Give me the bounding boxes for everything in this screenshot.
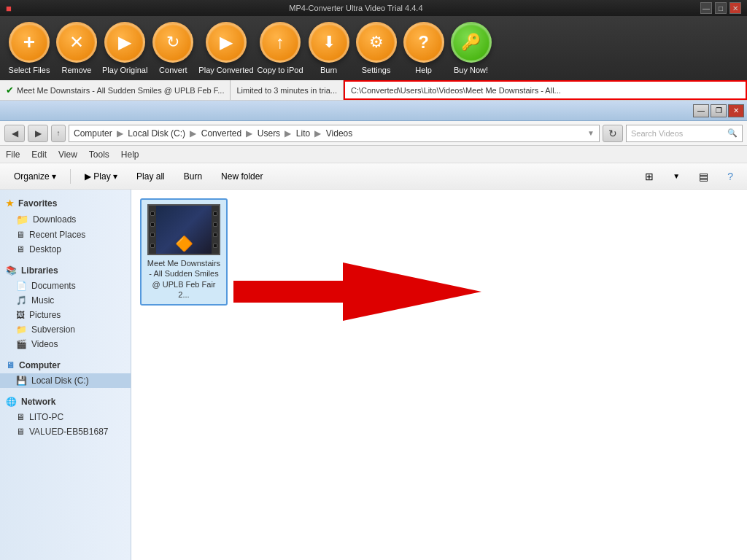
- view-dropdown-button[interactable]: ▼: [665, 169, 688, 183]
- explorer-close-button[interactable]: ✕: [728, 104, 744, 117]
- menu-help[interactable]: Help: [121, 149, 139, 160]
- downloads-folder-icon: 📁: [16, 214, 28, 225]
- computer-header: 🖥 Computer: [0, 357, 131, 373]
- menu-file[interactable]: File: [6, 149, 20, 160]
- play-original-button[interactable]: ▶ Play Original: [102, 22, 147, 74]
- back-button[interactable]: ◀: [4, 125, 25, 142]
- select-files-button[interactable]: + Select Files: [7, 22, 51, 74]
- buy-now-button[interactable]: 🔑 Buy Now!: [449, 22, 493, 74]
- play-label: ▶ Play ▾: [85, 171, 117, 182]
- videos-label: Videos: [31, 339, 58, 349]
- remove-button[interactable]: ✕ Remove: [55, 22, 98, 74]
- play-all-button[interactable]: Play all: [128, 168, 173, 184]
- help-explorer-button[interactable]: ?: [719, 168, 741, 185]
- sidebar-item-lito-pc[interactable]: 🖥 LITO-PC: [0, 410, 131, 424]
- play-converted-button[interactable]: ▶ Play Converted: [198, 22, 253, 74]
- film-hole: [150, 211, 155, 216]
- music-label: Music: [31, 295, 54, 306]
- videos-icon: 🎬: [16, 339, 27, 349]
- new-folder-button[interactable]: New folder: [213, 168, 271, 184]
- app-window: ■ MP4-Converter Ultra Video Trial 4.4.4 …: [0, 0, 747, 560]
- organize-button[interactable]: Organize ▾: [6, 168, 64, 184]
- sidebar-item-desktop[interactable]: 🖥 Desktop: [0, 242, 131, 257]
- libraries-icon: 📚: [6, 265, 17, 276]
- new-folder-label: New folder: [221, 171, 263, 182]
- menu-tools[interactable]: Tools: [89, 149, 109, 160]
- film-hole: [213, 233, 217, 237]
- view-icons-button[interactable]: ⊞: [637, 168, 662, 185]
- recent-places-icon: 🖥: [16, 230, 25, 240]
- search-icon[interactable]: 🔍: [727, 128, 738, 138]
- sidebar-item-local-disk[interactable]: 💾 Local Disk (C:): [0, 373, 131, 388]
- settings-button[interactable]: ⚙ Settings: [355, 22, 398, 74]
- close-button[interactable]: ✕: [729, 2, 741, 14]
- computer-section: 🖥 Computer 💾 Local Disk (C:): [0, 357, 131, 388]
- music-icon: 🎵: [16, 295, 27, 306]
- sidebar-item-subversion[interactable]: 📁 Subversion: [0, 322, 131, 337]
- sidebar-item-recent-places[interactable]: 🖥 Recent Places: [0, 228, 131, 242]
- maximize-button[interactable]: □: [715, 2, 727, 14]
- sidebar-item-downloads[interactable]: 📁 Downloads: [0, 211, 131, 228]
- buy-now-icon: 🔑: [451, 22, 492, 63]
- refresh-button[interactable]: ↻: [603, 125, 623, 142]
- explorer-restore-button[interactable]: ❐: [711, 104, 727, 117]
- status-item-song: ✔ Meet Me Downstairs - All Sudden Smiles…: [0, 80, 231, 100]
- burn-files-button[interactable]: Burn: [176, 168, 210, 184]
- menu-bar: File Edit View Tools Help: [0, 146, 747, 163]
- help-icon: ?: [403, 22, 444, 63]
- search-box[interactable]: Search Videos 🔍: [626, 125, 743, 142]
- explorer-window: — ❐ ✕ ◀ ▶ ↑ Computer ▶ Local Disk (C:) ▶…: [0, 101, 747, 560]
- convert-label: Convert: [159, 66, 187, 74]
- sidebar-item-valued[interactable]: 🖥 VALUED-EB5B1687: [0, 424, 131, 439]
- sidebar-item-music[interactable]: 🎵 Music: [0, 293, 131, 308]
- up-button[interactable]: ↑: [51, 125, 66, 142]
- play-converted-label: Play Converted: [198, 66, 253, 74]
- burn-label: Burn: [320, 66, 337, 74]
- status-bar: ✔ Meet Me Downstairs - All Sudden Smiles…: [0, 80, 747, 101]
- help-button[interactable]: ? Help: [402, 22, 446, 74]
- desktop-icon: 🖥: [16, 244, 25, 254]
- menu-view[interactable]: View: [58, 149, 77, 160]
- convert-button[interactable]: ↻ Convert: [151, 22, 195, 74]
- play-original-label: Play Original: [102, 66, 147, 74]
- file-item-video[interactable]: 🔶 Meet Me Downstairs - All Sudden Smiles…: [140, 198, 228, 306]
- select-files-icon: +: [9, 22, 50, 63]
- explorer-minimize-button[interactable]: —: [693, 104, 709, 117]
- preview-pane-button[interactable]: ▤: [691, 168, 716, 185]
- convert-icon: ↻: [152, 22, 193, 63]
- search-placeholder: Search Videos: [631, 129, 683, 138]
- valued-label: VALUED-EB5B1687: [29, 427, 109, 437]
- film-hole: [150, 222, 155, 227]
- menu-edit[interactable]: Edit: [31, 149, 47, 160]
- film-hole: [150, 244, 155, 248]
- libraries-section: 📚 Libraries 📄 Documents 🎵 Music 🖼 Pictur…: [0, 262, 131, 351]
- explorer-window-controls: — ❐ ✕: [693, 104, 744, 117]
- title-bar: ■ MP4-Converter Ultra Video Trial 4.4.4 …: [0, 0, 747, 16]
- breadcrumb-dropdown-icon[interactable]: ▼: [587, 129, 595, 137]
- trial-text: Limited to 3 minutes in tria...: [236, 86, 337, 95]
- sidebar-item-videos[interactable]: 🎬 Videos: [0, 337, 131, 351]
- main-toolbar: + Select Files ✕ Remove ▶ Play Original …: [0, 16, 747, 80]
- window-title: MP4-Converter Ultra Video Trial 4.4.4: [12, 4, 700, 12]
- forward-button[interactable]: ▶: [28, 125, 48, 142]
- sidebar-item-documents[interactable]: 📄 Documents: [0, 279, 131, 293]
- libraries-label: Libraries: [21, 265, 58, 276]
- libraries-header: 📚 Libraries: [0, 262, 131, 279]
- lito-pc-icon: 🖥: [16, 412, 25, 422]
- play-button[interactable]: ▶ Play ▾: [77, 168, 125, 184]
- sidebar-item-pictures[interactable]: 🖼 Pictures: [0, 308, 131, 322]
- buy-now-label: Buy Now!: [454, 66, 488, 74]
- window-controls: — □ ✕: [700, 2, 741, 14]
- local-disk-label: Local Disk (C:): [31, 376, 89, 386]
- favorites-label: Favorites: [18, 198, 57, 209]
- app-icon: ■: [6, 3, 12, 14]
- burn-button[interactable]: ⬇ Burn: [307, 22, 351, 74]
- breadcrumb[interactable]: Computer ▶ Local Disk (C:) ▶ Converted ▶…: [69, 125, 600, 142]
- minimize-button[interactable]: —: [700, 2, 712, 14]
- play-converted-icon: ▶: [206, 22, 247, 63]
- network-icon: 🌐: [6, 397, 17, 407]
- copy-to-ipod-button[interactable]: ↑ Copy to iPod: [258, 22, 303, 74]
- file-area: 🔶 Meet Me Downstairs - All Sudden Smiles…: [131, 190, 747, 560]
- film-hole: [213, 211, 217, 216]
- status-song-text: Meet Me Downstairs - All Sudden Smiles @…: [17, 86, 224, 95]
